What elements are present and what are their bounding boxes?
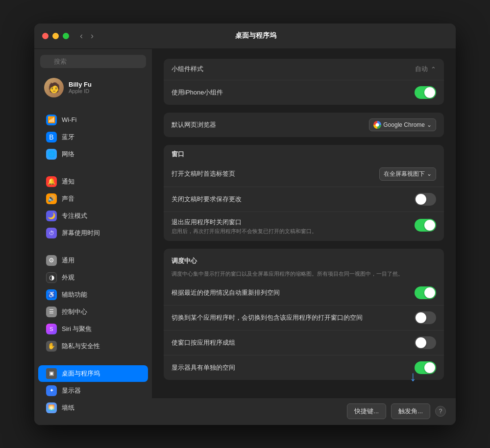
- open-tab-value: 在全屏幕视图下 ⌄: [379, 167, 436, 181]
- titlebar: ‹ › 桌面与程序坞: [34, 24, 456, 49]
- sidebar-item-general[interactable]: ⚙ 通用: [38, 252, 148, 269]
- default-browser-row: 默认网页浏览器 Google Chrome ⌄: [164, 113, 444, 137]
- profile-name: Billy Fu: [69, 81, 92, 88]
- sidebar-group-network: 📶 Wi-Fi B 蓝牙 🌐 网络: [34, 111, 152, 163]
- mission-control-header: 调度中心 调度中心集中显示打开的窗口以及全屏幕应用程序的缩略图。所有项目在同一视…: [164, 249, 444, 281]
- sidebar-item-appearance[interactable]: ◑ 外观: [38, 269, 148, 286]
- back-button[interactable]: ‹: [77, 30, 86, 42]
- profile-info: Billy Fu Apple ID: [69, 81, 92, 94]
- switch-space-label: 切换到某个应用程序时，会切换到包含该应用程序的打开窗口的空间: [172, 313, 363, 322]
- sidebar-item-sound[interactable]: 🔊 声音: [38, 190, 148, 207]
- separate-display-toggle[interactable]: [415, 361, 436, 374]
- iphone-widgets-toggle[interactable]: [415, 86, 436, 99]
- search-input[interactable]: [40, 55, 146, 68]
- sidebar-item-display[interactable]: ✦ 显示器: [38, 382, 148, 399]
- close-save-toggle[interactable]: [415, 193, 436, 206]
- sidebar-group-system: ⚙ 通用 ◑ 外观 ♿ 辅助功能 ☰ 控制中心 S Siri 与聚焦: [34, 252, 152, 355]
- wallpaper-icon: 🌅: [46, 402, 57, 413]
- profile-item[interactable]: 🧑 Billy Fu Apple ID: [38, 74, 148, 101]
- sidebar-label-wifi: Wi-Fi: [62, 116, 76, 123]
- toggle-knob: [416, 194, 426, 205]
- widget-style-value[interactable]: 自动 ⌃: [415, 65, 436, 73]
- sidebar-item-notify[interactable]: 🔔 通知: [38, 173, 148, 190]
- main-window: ‹ › 桌面与程序坞 🔍 🧑 Billy Fu Apple ID: [34, 24, 456, 425]
- maximize-button[interactable]: [63, 33, 69, 39]
- close-save-label: 关闭文稿时要求保存更改: [172, 195, 242, 204]
- toggle-knob: [416, 312, 426, 323]
- switch-space-row: 切换到某个应用程序时，会切换到包含该应用程序的打开窗口的空间: [164, 306, 444, 330]
- sidebar-item-bluetooth[interactable]: B 蓝牙: [38, 129, 148, 145]
- screentime-icon: ⏱: [46, 228, 57, 238]
- sidebar-label-general: 通用: [62, 256, 74, 265]
- arrow-indicator: ↓: [410, 369, 416, 384]
- focus-icon: 🌙: [46, 211, 57, 221]
- sidebar-label-focus: 专注模式: [62, 212, 87, 220]
- sidebar-item-focus[interactable]: 🌙 专注模式: [38, 208, 148, 224]
- titlebar-nav: ‹ ›: [77, 30, 97, 42]
- quit-close-label-group: 退出应用程序时关闭窗口 启用后，再次打开应用程序时不会恢复已打开的文稿和窗口。: [172, 218, 317, 235]
- sidebar-item-wallpaper[interactable]: 🌅 墙纸: [38, 400, 148, 416]
- sidebar-group-misc: 🔔 通知 🔊 声音 🌙 专注模式 ⏱ 屏幕使用时间: [34, 173, 152, 242]
- sidebar-item-network[interactable]: 🌐 网络: [38, 146, 148, 163]
- group-windows-toggle[interactable]: [415, 336, 436, 349]
- appearance-icon: ◑: [46, 272, 57, 283]
- browser-dropdown[interactable]: Google Chrome ⌄: [369, 118, 436, 131]
- profile-apple-id: Apple ID: [69, 88, 92, 94]
- switch-space-toggle[interactable]: [415, 311, 436, 324]
- auto-rearrange-row: 根据最近的使用情况自动重新排列空间: [164, 281, 444, 306]
- open-tab-dropdown[interactable]: 在全屏幕视图下 ⌄: [379, 167, 436, 181]
- sidebar-item-wifi[interactable]: 📶 Wi-Fi: [38, 112, 148, 128]
- sidebar-label-display: 显示器: [62, 386, 81, 395]
- sidebar-item-desktop[interactable]: ▣ 桌面与程序坞: [38, 365, 148, 382]
- help-button[interactable]: ?: [435, 406, 446, 417]
- mission-subtext: 调度中心集中显示打开的窗口以及全屏幕应用程序的缩略图。所有项目在同一视图中，一目…: [172, 270, 436, 278]
- close-button[interactable]: [42, 33, 49, 39]
- sidebar-item-accessibility[interactable]: ♿ 辅助功能: [38, 286, 148, 303]
- window-title: 桌面与程序坞: [102, 31, 409, 40]
- quit-close-label: 退出应用程序时关闭窗口: [172, 218, 317, 227]
- quit-close-toggle[interactable]: [415, 219, 436, 232]
- widget-style-label: 小组件样式: [172, 65, 203, 73]
- forward-button[interactable]: ›: [88, 30, 97, 42]
- sidebar-label-wallpaper: 墙纸: [62, 403, 74, 412]
- settings-panel: 小组件样式 自动 ⌃ 使用iPhone小组件: [152, 49, 456, 398]
- quit-close-row: 退出应用程序时关闭窗口 启用后，再次打开应用程序时不会恢复已打开的文稿和窗口。: [164, 212, 444, 241]
- toggle-knob: [424, 87, 435, 98]
- shortcuts-button[interactable]: 快捷键...: [347, 403, 386, 419]
- toggle-knob: [424, 287, 435, 298]
- sidebar-item-screentime[interactable]: ⏱ 屏幕使用时间: [38, 225, 148, 241]
- mission-control-section: 调度中心 调度中心集中显示打开的窗口以及全屏幕应用程序的缩略图。所有项目在同一视…: [164, 249, 444, 380]
- siri-icon: S: [46, 324, 57, 334]
- sidebar-item-control[interactable]: ☰ 控制中心: [38, 304, 148, 320]
- iphone-widgets-row: 使用iPhone小组件: [164, 80, 444, 105]
- widget-section: 小组件样式 自动 ⌃ 使用iPhone小组件: [164, 59, 444, 105]
- window-section-title: 窗口: [172, 150, 436, 159]
- sidebar-label-privacy: 隐私与安全性: [62, 342, 100, 351]
- control-icon: ☰: [46, 307, 57, 317]
- sidebar-label-desktop: 桌面与程序坞: [62, 369, 100, 378]
- sidebar: 🔍 🧑 Billy Fu Apple ID 📶 Wi-Fi: [34, 49, 152, 425]
- auto-rearrange-toggle[interactable]: [415, 286, 436, 299]
- notify-icon: 🔔: [46, 176, 57, 187]
- main-content: 🔍 🧑 Billy Fu Apple ID 📶 Wi-Fi: [34, 49, 456, 425]
- open-tab-row: 打开文稿时首选标签页 在全屏幕视图下 ⌄: [164, 162, 444, 187]
- window-section-header: 窗口: [164, 145, 444, 162]
- group-windows-row: 使窗口按应用程序成组: [164, 330, 444, 355]
- separate-display-label: 显示器具有单独的空间: [172, 363, 235, 372]
- separate-display-row: 显示器具有单独的空间: [164, 355, 444, 380]
- toggle-knob: [424, 220, 435, 231]
- default-browser-value: Google Chrome ⌄: [369, 118, 436, 131]
- network-icon: 🌐: [46, 149, 57, 160]
- hot-corners-button[interactable]: 触发角...: [391, 403, 430, 419]
- desktop-icon: ▣: [46, 368, 57, 379]
- browser-section: 默认网页浏览器 Google Chrome ⌄: [164, 113, 444, 137]
- general-icon: ⚙: [46, 255, 57, 266]
- accessibility-icon: ♿: [46, 289, 57, 300]
- sidebar-label-siri: Siri 与聚焦: [62, 325, 92, 333]
- minimize-button[interactable]: [52, 33, 59, 39]
- toggle-knob: [416, 337, 426, 348]
- open-tab-label: 打开文稿时首选标签页: [172, 169, 235, 178]
- chrome-icon: [373, 121, 381, 129]
- sidebar-item-siri[interactable]: S Siri 与聚焦: [38, 321, 148, 337]
- sidebar-item-privacy[interactable]: ✋ 隐私与安全性: [38, 338, 148, 354]
